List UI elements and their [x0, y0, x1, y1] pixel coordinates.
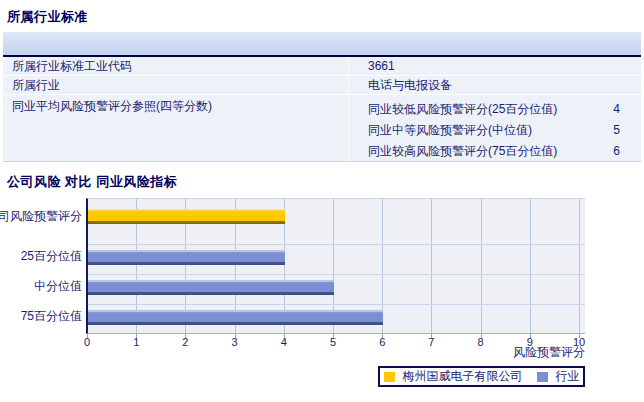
- tick-label: 4: [269, 336, 299, 348]
- table-subrow: 同业较高风险预警评分(75百分位值) 6: [368, 141, 630, 161]
- legend-label: 梅州国威电子有限公司: [403, 368, 523, 385]
- row-separator: [88, 244, 585, 245]
- category-label: 中分位值: [0, 280, 82, 293]
- category-label: 75百分位值: [0, 310, 82, 323]
- table-row: 所属行业 电话与电报设备: [3, 76, 641, 95]
- chart-legend: 梅州国威电子有限公司 行业: [378, 366, 585, 387]
- gridline: [481, 199, 482, 333]
- row-label: 所属行业标准工业代码: [12, 57, 132, 75]
- legend-label: 行业: [556, 368, 580, 385]
- tick-label: 2: [170, 336, 200, 348]
- industry-score-bar: [88, 310, 383, 325]
- row-value: 3661: [368, 57, 395, 75]
- table-subrow: 同业较低风险预警评分(25百分位值) 4: [368, 99, 630, 119]
- tick-label: 0: [72, 336, 102, 348]
- category-label: 公司风险预警评分: [0, 210, 82, 223]
- industry-standard-section-title: 所属行业标准: [7, 8, 88, 26]
- company-color-swatch: [384, 372, 395, 382]
- tick-label: 1: [121, 336, 151, 348]
- tick-label: 7: [416, 336, 446, 348]
- row-separator: [88, 304, 585, 305]
- company-score-bar: [88, 209, 285, 224]
- table-subrow: 同业中等风险预警评分(中位值) 5: [368, 120, 630, 140]
- row-separator: [88, 274, 585, 275]
- tick-label: 8: [466, 336, 496, 348]
- tick-label: 3: [220, 336, 250, 348]
- subrow-label: 同业较低风险预警评分(25百分位值): [368, 99, 557, 119]
- comparison-section-title: 公司风险 对比 同业风险指标: [7, 173, 177, 191]
- gridline: [579, 199, 580, 333]
- industry-standard-table: 所属行业标准工业代码 3661 所属行业 电话与电报设备 同业平均风险预警评分参…: [3, 57, 641, 162]
- tick-label: 5: [318, 336, 348, 348]
- chart-plot-area: [86, 198, 585, 334]
- x-axis-title: 风险预警评分: [513, 344, 585, 361]
- subrow-label: 同业较高风险预警评分(75百分位值): [368, 141, 557, 161]
- industry-score-bar: [88, 280, 334, 295]
- industry-score-bar: [88, 250, 285, 265]
- legend-item-company: 梅州国威电子有限公司: [384, 368, 523, 385]
- row-value: 电话与电报设备: [368, 76, 452, 94]
- table-row: 所属行业标准工业代码 3661: [3, 57, 641, 76]
- subrow-value: 5: [613, 120, 620, 140]
- risk-comparison-chart: 公司风险预警评分25百分位值中分位值75百分位值 012345678910 风险…: [0, 198, 644, 358]
- subrow-label: 同业中等风险预警评分(中位值): [368, 120, 532, 140]
- table-row: 同业平均风险预警评分参照(四等分数) 同业较低风险预警评分(25百分位值) 4 …: [3, 95, 641, 162]
- subrow-value: 4: [613, 99, 620, 119]
- row-label: 同业平均风险预警评分参照(四等分数): [12, 98, 212, 115]
- tick-label: 6: [367, 336, 397, 348]
- row-label: 所属行业: [12, 76, 60, 94]
- industry-color-swatch: [537, 372, 548, 382]
- gridline: [530, 199, 531, 333]
- subrow-value: 6: [613, 141, 620, 161]
- legend-item-industry: 行业: [537, 368, 580, 385]
- category-label: 25百分位值: [0, 250, 82, 263]
- table-column-divider: [348, 57, 349, 162]
- table-header-band: [3, 32, 641, 57]
- gridline: [431, 199, 432, 333]
